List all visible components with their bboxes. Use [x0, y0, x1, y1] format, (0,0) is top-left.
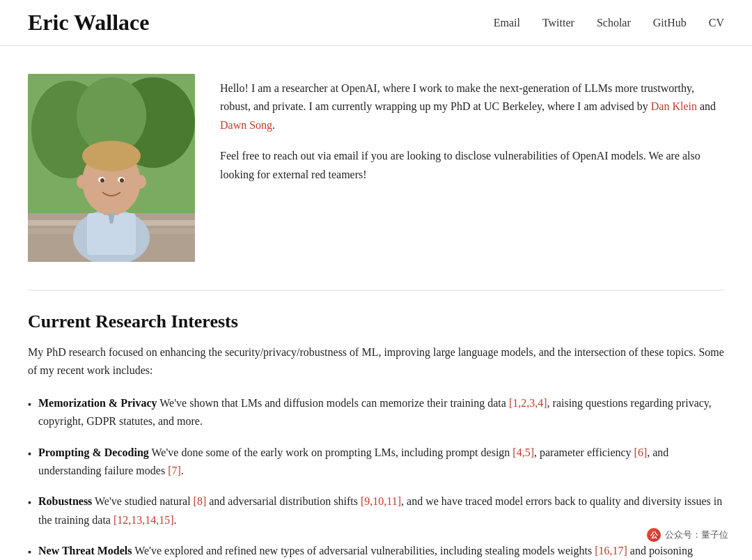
list-item: ▪ New Threat Models We've explored and r… — [28, 542, 724, 560]
research-list: ▪ Memorization & Privacy We've shown tha… — [28, 394, 724, 560]
ref-link[interactable]: [7] — [168, 465, 181, 476]
watermark-icon: 公 — [647, 528, 661, 542]
ref-link[interactable]: [16,17] — [595, 545, 627, 557]
research-item-bold: New Threat Models — [38, 545, 132, 557]
intro-section: Hello! I am a researcher at OpenAI, wher… — [28, 74, 724, 262]
research-item-content: Prompting & Decoding We've done some of … — [38, 444, 724, 481]
list-item: ▪ Memorization & Privacy We've shown tha… — [28, 394, 724, 431]
bio-paragraph-2: Feel free to reach out via email if you … — [220, 147, 724, 184]
profile-photo — [28, 74, 195, 262]
svg-point-11 — [82, 141, 141, 171]
svg-point-15 — [120, 178, 124, 182]
research-section-title: Current Research Interests — [28, 290, 724, 332]
research-intro: My PhD research focused on enhancing the… — [28, 343, 724, 380]
svg-point-17 — [135, 175, 146, 189]
watermark: 公 公众号：量子位 — [637, 524, 738, 546]
watermark-text: 公众号：量子位 — [665, 529, 728, 541]
bullet-icon: ▪ — [28, 544, 31, 560]
bullet-icon: ▪ — [28, 495, 31, 511]
nav-cv[interactable]: CV — [709, 17, 724, 29]
site-header: Eric Wallace Email Twitter Scholar GitHu… — [0, 0, 752, 46]
ref-link[interactable]: [8] — [194, 495, 207, 507]
ref-link[interactable]: [1,2,3,4] — [509, 397, 547, 409]
list-item: ▪ Robustness We've studied natural [8] a… — [28, 492, 724, 529]
intro-text: Hello! I am a researcher at OpenAI, wher… — [220, 74, 724, 262]
dan-klein-link[interactable]: Dan Klein — [651, 100, 697, 112]
bio-paragraph-1: Hello! I am a researcher at OpenAI, wher… — [220, 79, 724, 134]
ref-link[interactable]: [12,13,14,15] — [113, 514, 174, 526]
research-item-bold: Prompting & Decoding — [38, 446, 149, 458]
main-content: Hello! I am a researcher at OpenAI, wher… — [0, 46, 752, 560]
ref-link[interactable]: [4,5] — [512, 446, 534, 458]
research-item-content: Robustness We've studied natural [8] and… — [38, 492, 724, 529]
research-item-bold: Memorization & Privacy — [38, 397, 157, 409]
site-title: Eric Wallace — [28, 10, 149, 36]
research-item-content: New Threat Models We've explored and ref… — [38, 542, 724, 560]
ref-link[interactable]: [9,10,11] — [361, 495, 401, 507]
nav-github[interactable]: GitHub — [653, 17, 687, 29]
ref-link[interactable]: [6] — [634, 446, 648, 458]
dawn-song-link[interactable]: Dawn Song — [220, 119, 272, 131]
bullet-icon: ▪ — [28, 396, 31, 412]
bullet-icon: ▪ — [28, 446, 31, 462]
research-item-bold: Robustness — [38, 495, 92, 507]
nav-email[interactable]: Email — [494, 17, 520, 29]
research-section: Current Research Interests My PhD resear… — [28, 290, 724, 560]
svg-point-14 — [100, 178, 104, 182]
list-item: ▪ Prompting & Decoding We've done some o… — [28, 444, 724, 481]
nav-scholar[interactable]: Scholar — [597, 17, 631, 29]
nav-twitter[interactable]: Twitter — [542, 17, 574, 29]
svg-point-16 — [77, 175, 88, 189]
research-item-content: Memorization & Privacy We've shown that … — [38, 394, 724, 431]
main-nav: Email Twitter Scholar GitHub CV — [494, 17, 724, 29]
